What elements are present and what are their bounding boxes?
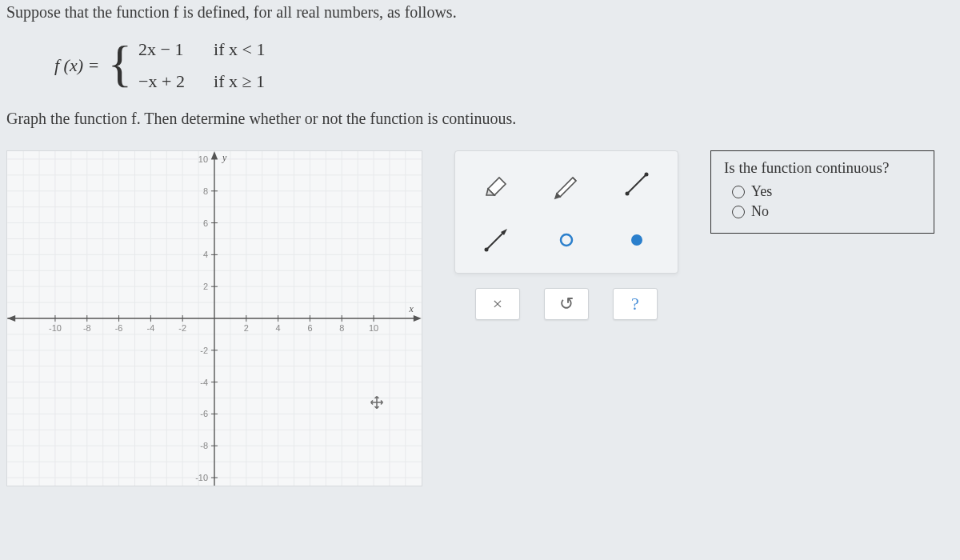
- svg-point-92: [631, 234, 642, 246]
- svg-text:8: 8: [203, 186, 208, 196]
- x-axis-label: x: [408, 303, 414, 314]
- svg-line-85: [627, 174, 646, 194]
- svg-text:-6: -6: [115, 323, 123, 333]
- pencil-tool-icon[interactable]: [543, 166, 590, 202]
- svg-text:-4: -4: [147, 323, 155, 333]
- closed-point-tool-icon[interactable]: [614, 222, 660, 258]
- undo-button[interactable]: ↺: [544, 288, 589, 320]
- svg-text:8: 8: [339, 323, 344, 333]
- piecewise-body: 2x − 1 if x < 1 −x + 2 if x ≥ 1: [138, 39, 265, 92]
- option-yes-label: Yes: [751, 183, 772, 200]
- svg-text:-10: -10: [49, 323, 62, 333]
- continuity-question: Is the function continuous? Yes No: [710, 150, 934, 234]
- move-handle-icon[interactable]: [367, 393, 386, 412]
- svg-text:-2: -2: [178, 323, 186, 333]
- svg-text:-8: -8: [200, 441, 208, 450]
- question-title: Is the function continuous?: [724, 159, 921, 177]
- svg-text:-8: -8: [83, 323, 91, 333]
- function-lhs: f (x) =: [54, 55, 99, 76]
- svg-point-87: [645, 173, 649, 177]
- piece-1: 2x − 1 if x < 1: [138, 39, 265, 60]
- option-no-label: No: [751, 203, 769, 220]
- eraser-tool-icon[interactable]: [473, 166, 519, 202]
- svg-text:2: 2: [244, 323, 249, 333]
- function-definition: f (x) = { 2x − 1 if x < 1 −x + 2 if x ≥ …: [54, 39, 954, 92]
- svg-text:-4: -4: [200, 378, 208, 387]
- svg-text:6: 6: [203, 218, 208, 228]
- piecewise-brace: {: [107, 38, 132, 90]
- piece-1-cond: if x < 1: [214, 39, 265, 60]
- instruction-text: Graph the function f. Then determine whe…: [6, 110, 954, 128]
- intro-text: Suppose that the function f is defined, …: [6, 3, 954, 22]
- svg-text:-2: -2: [200, 346, 208, 355]
- svg-point-91: [561, 234, 572, 246]
- svg-text:-10: -10: [195, 473, 208, 482]
- ray-tool-icon[interactable]: [473, 222, 519, 258]
- action-row: × ↺ ?: [475, 288, 658, 320]
- x-axis-arrow-icon: [414, 315, 422, 322]
- svg-line-88: [486, 232, 504, 250]
- graph-canvas[interactable]: -10 -8 -6 -4 -2 2 4 6 8 10 10 8: [6, 150, 422, 486]
- option-no[interactable]: No: [732, 203, 921, 220]
- clear-button[interactable]: ×: [475, 288, 520, 320]
- piece-1-expr: 2x − 1: [138, 39, 202, 60]
- segment-tool-icon[interactable]: [614, 166, 660, 202]
- open-point-tool-icon[interactable]: [543, 222, 590, 258]
- svg-text:10: 10: [198, 154, 208, 164]
- svg-text:-6: -6: [200, 409, 208, 418]
- help-button[interactable]: ?: [613, 288, 658, 320]
- svg-text:6: 6: [307, 323, 312, 333]
- y-axis-arrow-icon: [211, 151, 218, 159]
- x-axis-arrow-left-icon: [7, 315, 15, 322]
- y-axis-label: y: [222, 152, 227, 163]
- piece-2-expr: −x + 2: [138, 71, 202, 92]
- radio-no[interactable]: [732, 206, 745, 218]
- svg-text:4: 4: [203, 250, 208, 259]
- svg-point-89: [485, 248, 489, 252]
- tool-palette: [454, 150, 678, 274]
- svg-point-86: [626, 192, 630, 196]
- svg-text:2: 2: [203, 282, 208, 291]
- piece-2-cond: if x ≥ 1: [214, 71, 265, 92]
- radio-yes[interactable]: [732, 186, 745, 198]
- option-yes[interactable]: Yes: [732, 183, 921, 200]
- piece-2: −x + 2 if x ≥ 1: [138, 71, 265, 92]
- svg-text:10: 10: [369, 323, 378, 333]
- svg-text:4: 4: [276, 323, 281, 333]
- coordinate-grid: -10 -8 -6 -4 -2 2 4 6 8 10 10 8: [7, 151, 422, 486]
